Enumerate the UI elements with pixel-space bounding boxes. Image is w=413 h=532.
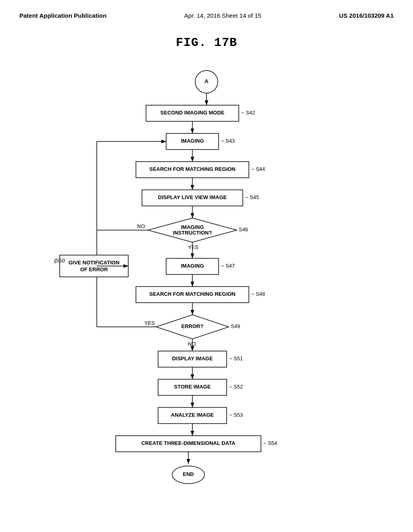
label-S49: ERROR?: [181, 323, 204, 329]
label-no-S49: NO: [188, 341, 196, 347]
header-left: Patent Application Publication: [19, 11, 106, 20]
label-S52: STORE IMAGE: [174, 384, 211, 390]
label-S54: CREATE THREE-DIMENSIONAL DATA: [141, 440, 236, 446]
label-S48: SEARCH FOR MATCHING REGION: [149, 291, 236, 297]
label-yes-S49: YES: [144, 320, 155, 326]
label-S51: DISPLAY IMAGE: [172, 355, 213, 362]
diagram-container: A SECOND IMAGING MODE ~ S42 IMAGING ~ S4…: [0, 58, 413, 501]
step-S50: S50: [56, 258, 65, 264]
label-S44: SEARCH FOR MATCHING REGION: [149, 166, 236, 172]
step-S46: S46: [239, 227, 248, 233]
label-A: A: [204, 78, 209, 84]
step-S53: ~ S53: [229, 412, 243, 418]
label-S46-2: INSTRUCTION?: [173, 230, 212, 236]
step-S52: ~ S52: [229, 384, 243, 390]
step-S42: ~ S42: [241, 110, 255, 116]
label-S50-1: GIVE NOTIFICATION: [69, 260, 119, 266]
label-end: END: [183, 471, 194, 477]
header-center: Apr. 14, 2016 Sheet 14 of 15: [184, 11, 261, 20]
label-S46-1: IMAGING: [181, 224, 204, 230]
label-S45: DISPLAY LIVE VIEW IMAGE: [158, 194, 227, 200]
label-S47: IMAGING: [181, 263, 204, 269]
flowchart-svg: A SECOND IMAGING MODE ~ S42 IMAGING ~ S4…: [0, 58, 413, 501]
step-S54: ~ S54: [263, 440, 277, 446]
step-S47: ~ S47: [221, 263, 235, 269]
step-S51: ~ S51: [229, 355, 243, 362]
label-S50-2: OF ERROR: [80, 266, 108, 272]
label-no-S46: NO: [137, 223, 145, 229]
header-right: US 2016/103209 A1: [339, 11, 394, 20]
step-S45: ~ S45: [245, 194, 259, 200]
label-S43: IMAGING: [181, 138, 204, 144]
label-S42: SECOND IMAGING MODE: [161, 110, 225, 116]
step-S43: ~ S43: [221, 138, 235, 144]
step-S49: S49: [231, 323, 240, 329]
figure-title: FIG. 17B: [0, 36, 413, 50]
page-header: Patent Application Publication Apr. 14, …: [0, 0, 413, 24]
label-S53: ANALYZE IMAGE: [171, 412, 214, 418]
step-S48: ~ S48: [251, 291, 265, 297]
label-yes-S46: YES: [188, 244, 198, 250]
step-S44: ~ S44: [251, 166, 265, 172]
